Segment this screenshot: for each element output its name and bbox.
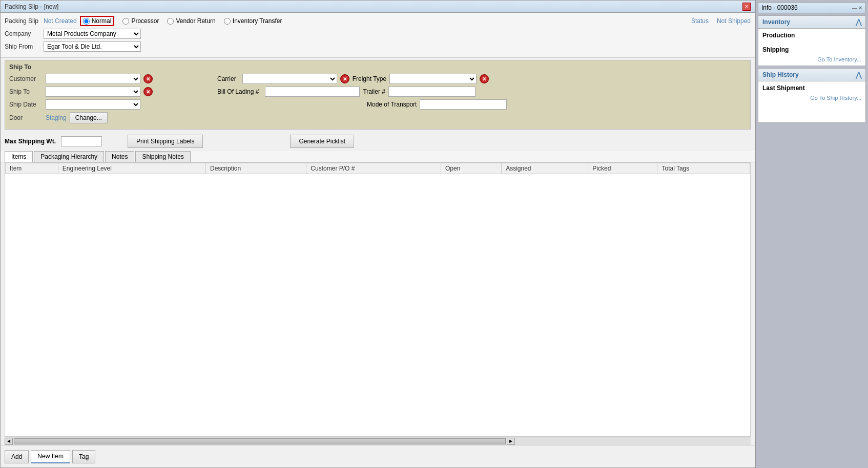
customer-clear-button[interactable]: ✕ bbox=[143, 74, 153, 83]
col-picked: Picked bbox=[588, 163, 657, 174]
col-open: Open bbox=[441, 163, 501, 174]
side-panel-close-button[interactable]: ✕ bbox=[858, 5, 862, 11]
tab-shipping-notes[interactable]: Shipping Notes bbox=[135, 151, 190, 162]
table-header: Item Engineering Level Description Custo… bbox=[6, 163, 750, 174]
scroll-thumb[interactable] bbox=[14, 438, 506, 444]
trailer-label: Trailer # bbox=[363, 88, 385, 95]
ship-date-select[interactable] bbox=[46, 99, 140, 110]
normal-radio-input[interactable] bbox=[83, 18, 90, 25]
door-row: Door Staging Change... bbox=[9, 112, 746, 123]
customer-label: Customer bbox=[9, 75, 43, 82]
print-shipping-labels-button[interactable]: Print Shipping Labels bbox=[128, 135, 203, 148]
status-value: Not Shipped bbox=[717, 17, 751, 25]
type-inventory-transfer-radio[interactable]: Inventory Transfer bbox=[224, 17, 282, 25]
customer-row: Customer ✕ Carrier ✕ Freight Type ✕ bbox=[9, 74, 746, 84]
type-radio-group: Normal Processor Vendor Return Inventory… bbox=[80, 16, 282, 26]
freight-type-label: Freight Type bbox=[353, 75, 386, 82]
vendor-return-label: Vendor Return bbox=[176, 17, 215, 25]
processor-radio-input[interactable] bbox=[122, 18, 129, 25]
inventory-section: Inventory ⋀ Production Shipping Go To In… bbox=[758, 15, 866, 66]
ship-from-select[interactable]: Egar Tool & Die Ltd. bbox=[44, 41, 141, 52]
carrier-label: Carrier bbox=[217, 75, 236, 82]
inventory-section-content: Production Shipping Go To Inventory... bbox=[758, 29, 865, 66]
scroll-right-arrow[interactable]: ▶ bbox=[507, 438, 515, 445]
inventory-transfer-radio-input[interactable] bbox=[224, 18, 231, 25]
go-to-ship-history-link[interactable]: Go To Ship History... bbox=[762, 95, 861, 101]
side-panel-title-text: Info - 000036 bbox=[761, 4, 798, 11]
items-table-area: Item Engineering Level Description Custo… bbox=[5, 162, 751, 437]
ship-to-select[interactable] bbox=[46, 87, 140, 97]
mode-of-transport-input[interactable] bbox=[420, 99, 507, 110]
title-bar: Packing Slip - [new] ✕ bbox=[1, 1, 755, 13]
col-assigned: Assigned bbox=[502, 163, 588, 174]
ship-from-label: Ship From bbox=[5, 43, 40, 50]
staging-value: Staging bbox=[46, 114, 67, 121]
horizontal-scrollbar[interactable]: ◀ ▶ bbox=[5, 437, 751, 445]
tab-notes[interactable]: Notes bbox=[105, 151, 134, 162]
items-table: Item Engineering Level Description Custo… bbox=[5, 163, 750, 174]
side-panel-minimize-button[interactable]: — bbox=[852, 5, 857, 11]
col-description: Description bbox=[206, 163, 306, 174]
production-label: Production bbox=[762, 32, 861, 39]
col-item: Item bbox=[6, 163, 58, 174]
go-to-inventory-link[interactable]: Go To Inventory... bbox=[762, 56, 861, 62]
freight-type-clear-button[interactable]: ✕ bbox=[480, 74, 489, 83]
ship-to-field-label: Ship To bbox=[9, 88, 43, 95]
generate-picklist-button[interactable]: Generate Picklist bbox=[290, 135, 354, 148]
processor-label: Processor bbox=[131, 17, 159, 25]
close-button[interactable]: ✕ bbox=[742, 3, 751, 11]
carrier-select[interactable] bbox=[242, 74, 337, 84]
tab-packaging-hierarchy[interactable]: Packaging Hierarchy bbox=[34, 151, 104, 162]
ship-history-collapse-icon[interactable]: ⋀ bbox=[856, 71, 861, 79]
type-normal-radio[interactable]: Normal bbox=[80, 16, 115, 26]
tabs-area: Items Packaging Hierarchy Notes Shipping… bbox=[1, 151, 755, 162]
ship-date-row: Ship Date Mode of Transport bbox=[9, 99, 746, 110]
company-label: Company bbox=[5, 30, 40, 37]
bill-of-lading-input[interactable] bbox=[265, 87, 360, 97]
change-button[interactable]: Change... bbox=[70, 112, 108, 123]
tag-button[interactable]: Tag bbox=[72, 450, 95, 463]
type-row: Packing Slip Not Created Normal Processo… bbox=[5, 16, 751, 26]
add-button[interactable]: Add bbox=[5, 450, 29, 463]
ship-to-clear-button[interactable]: ✕ bbox=[143, 87, 153, 96]
ship-to-section: Ship To Customer ✕ Carrier ✕ Freight Typ… bbox=[5, 60, 751, 130]
max-shipping-wt-input[interactable] bbox=[61, 136, 102, 146]
col-total-tags: Total Tags bbox=[657, 163, 750, 174]
inventory-header-label: Inventory bbox=[762, 18, 790, 26]
packing-slip-header: Packing Slip Not Created Normal Processo… bbox=[1, 13, 755, 58]
scroll-left-arrow[interactable]: ◀ bbox=[5, 438, 13, 445]
bill-of-lading-label: Bill Of Lading # bbox=[217, 88, 259, 95]
table-header-row: Item Engineering Level Description Custo… bbox=[6, 163, 750, 174]
company-select[interactable]: Metal Products Company bbox=[44, 29, 141, 39]
main-window: Packing Slip - [new] ✕ Packing Slip Not … bbox=[0, 0, 755, 468]
packing-slip-label: Packing Slip bbox=[5, 17, 40, 25]
col-engineering-level: Engineering Level bbox=[58, 163, 205, 174]
last-shipment-label: Last Shipment bbox=[762, 84, 861, 92]
tab-items[interactable]: Items bbox=[5, 151, 33, 162]
ship-to-row: Ship To ✕ Bill Of Lading # Trailer # bbox=[9, 87, 746, 97]
carrier-clear-button[interactable]: ✕ bbox=[340, 74, 349, 83]
inventory-collapse-icon[interactable]: ⋀ bbox=[856, 18, 861, 26]
not-created-label: Not Created bbox=[44, 17, 77, 25]
side-panel: Info - 000036 — ✕ Inventory ⋀ Production… bbox=[755, 0, 868, 468]
ship-from-row: Ship From Egar Tool & Die Ltd. bbox=[5, 41, 751, 52]
shipping-label: Shipping bbox=[762, 46, 861, 53]
ship-history-header-label: Ship History bbox=[762, 71, 799, 78]
type-processor-radio[interactable]: Processor bbox=[122, 17, 159, 25]
vendor-return-radio-input[interactable] bbox=[167, 18, 174, 25]
mode-of-transport-label: Mode of Transport bbox=[367, 101, 417, 108]
ship-date-label: Ship Date bbox=[9, 101, 43, 108]
ship-to-header: Ship To bbox=[9, 63, 746, 71]
company-row: Company Metal Products Company bbox=[5, 29, 751, 39]
inventory-section-header[interactable]: Inventory ⋀ bbox=[758, 16, 865, 29]
new-item-button[interactable]: New Item bbox=[31, 450, 70, 463]
ship-history-section-header[interactable]: Ship History ⋀ bbox=[758, 69, 865, 81]
normal-label: Normal bbox=[92, 17, 112, 25]
side-panel-controls: — ✕ bbox=[852, 5, 862, 11]
trailer-input[interactable] bbox=[388, 87, 476, 97]
col-customer-po: Customer P/O # bbox=[306, 163, 441, 174]
type-vendor-return-radio[interactable]: Vendor Return bbox=[167, 17, 215, 25]
freight-type-select[interactable] bbox=[389, 74, 477, 84]
window-title: Packing Slip - [new] bbox=[5, 3, 58, 10]
customer-select[interactable] bbox=[46, 74, 140, 84]
